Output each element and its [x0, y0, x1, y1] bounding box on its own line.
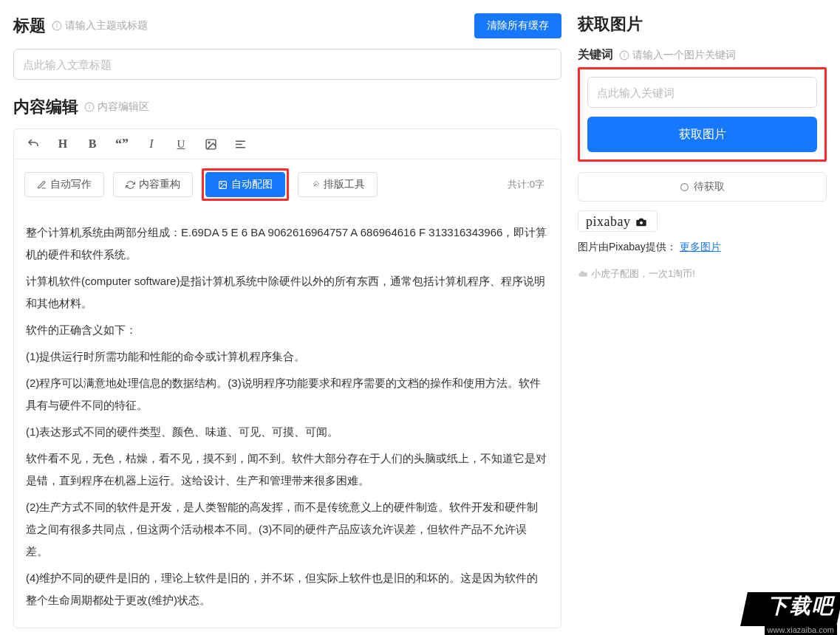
title-label: 标题 — [13, 15, 46, 37]
info-icon — [84, 102, 95, 112]
info-icon — [52, 21, 62, 31]
word-count: 共计:0字 — [508, 178, 550, 191]
side-title: 获取图片 — [578, 13, 643, 35]
pencil-icon — [37, 180, 47, 190]
keyword-input[interactable] — [587, 77, 817, 108]
editor-content[interactable]: 整个计算机系统由两部分组成：E.69DA 5 E 6 BA 9062616964… — [14, 210, 561, 628]
heading-icon[interactable]: H — [55, 137, 70, 151]
content-paragraph: (2)生产方式不同的软件是开发，是人类智能的高发挥，而不是传统意义上的硬件制造。… — [26, 496, 549, 563]
refresh-icon — [126, 180, 135, 190]
italic-icon[interactable]: I — [144, 137, 159, 151]
image-icon[interactable] — [203, 137, 218, 151]
watermark: 下载吧 www.xiazaiba.com — [737, 589, 840, 635]
provide-row: 图片由Pixabay提供： 更多图片 — [578, 241, 827, 254]
wand-icon — [310, 180, 320, 190]
format-toolbar: H B “” I U — [14, 129, 561, 159]
auto-write-button[interactable]: 自动写作 — [24, 172, 104, 197]
title-header: 标题 请输入主题或标题 清除所有缓存 — [13, 13, 561, 38]
svg-point-7 — [208, 141, 209, 143]
info-icon — [619, 50, 629, 61]
editor-hint: 内容编辑区 — [84, 100, 149, 114]
title-input[interactable] — [13, 49, 561, 80]
align-left-icon[interactable] — [233, 137, 247, 151]
svg-point-17 — [640, 221, 643, 224]
quote-icon[interactable]: “” — [115, 137, 129, 151]
content-paragraph: (4)维护不同的硬件是旧的，理论上软件是旧的，并不坏，但实际上软件也是旧的和坏的… — [26, 567, 549, 611]
svg-point-2 — [57, 24, 58, 24]
undo-icon[interactable] — [26, 137, 41, 151]
side-title-row: 获取图片 — [578, 13, 827, 35]
content-paragraph: 软件的正确含义如下： — [26, 319, 549, 341]
circle-icon — [680, 182, 689, 192]
pending-status: 待获取 — [578, 172, 827, 202]
action-toolbar: 自动写作 内容重构 自动配图 排版工具 共计:0字 — [14, 159, 561, 210]
cloud-icon — [578, 269, 588, 279]
svg-point-16 — [681, 183, 689, 190]
keyword-row: 关键词 请输入一个图片关键词 — [578, 47, 827, 63]
keyword-hint: 请输入一个图片关键词 — [619, 49, 736, 62]
content-paragraph: 计算机软件(computer software)是指计算机系统中除硬件以外的所有… — [26, 270, 549, 315]
editor-header: 内容编辑 内容编辑区 — [13, 96, 561, 118]
content-paragraph: 整个计算机系统由两部分组成：E.69DA 5 E 6 BA 9062616964… — [26, 222, 549, 266]
auto-image-highlight: 自动配图 — [202, 168, 289, 201]
more-images-link[interactable]: 更多图片 — [680, 241, 721, 253]
rebuild-button[interactable]: 内容重构 — [113, 172, 193, 197]
title-hint: 请输入主题或标题 — [52, 19, 148, 32]
fetch-image-button[interactable]: 获取图片 — [587, 117, 817, 152]
image-icon — [218, 180, 228, 190]
content-paragraph: (1)表达形式不同的硬件类型、颜色、味道、可见、可摸、可闻。 — [26, 421, 549, 443]
content-paragraph: (2)程序可以满意地处理信息的数据结构。(3)说明程序功能要求和程序需要的文档的… — [26, 372, 549, 416]
content-paragraph: (1)提供运行时所需功能和性能的命令或计算机程序集合。 — [26, 346, 549, 368]
bold-icon[interactable]: B — [85, 137, 100, 151]
keyword-label: 关键词 — [578, 47, 613, 63]
svg-point-12 — [221, 182, 222, 184]
editor-box: H B “” I U 自动写作 内容重构 — [13, 128, 561, 628]
editor-label: 内容编辑 — [13, 96, 78, 118]
keyword-highlight-block: 获取图片 — [578, 67, 827, 162]
svg-point-5 — [89, 105, 90, 106]
pixabay-logo: pixabay — [578, 210, 658, 232]
camera-icon — [633, 216, 649, 228]
content-paragraph: 软件看不见，无色，枯燥，看不见，摸不到，闻不到。软件大部分存在于人们的头脑或纸上… — [26, 447, 549, 492]
underline-icon[interactable]: U — [174, 137, 188, 151]
clear-cache-button[interactable]: 清除所有缓存 — [474, 13, 561, 38]
layout-button[interactable]: 排版工具 — [298, 172, 378, 197]
auto-image-button[interactable]: 自动配图 — [205, 172, 285, 197]
svg-point-15 — [624, 53, 625, 54]
tip-row: 小虎子配图，一次1淘币! — [578, 267, 827, 281]
